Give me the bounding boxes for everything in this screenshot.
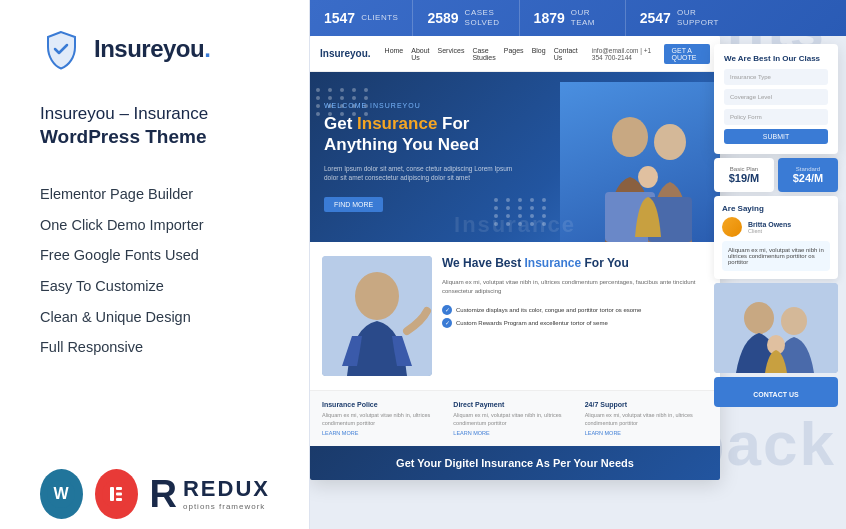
- hero-watermark: Insurance: [454, 212, 576, 238]
- stat-team: 1879 Our Team: [520, 0, 626, 36]
- theme-subtitle: WordPress Theme: [40, 126, 270, 148]
- hero-desc: Lorem Ipsum dolor sit amet, conse ctetur…: [324, 164, 524, 184]
- are-saying-label: Are Saying: [722, 204, 830, 213]
- svg-rect-6: [116, 498, 122, 501]
- preview-bottom-title: Get Your Digitel Insurance As Per Your N…: [322, 456, 708, 470]
- elementor-badge: [95, 469, 138, 519]
- logo-text: Insureyou.: [94, 35, 211, 63]
- service-direct-payment: Direct Payment Aliquam ex mi, volutpat v…: [453, 401, 576, 436]
- price-card-standard: Standard $24/M: [778, 158, 838, 192]
- redux-main-text: REDUX: [183, 477, 270, 501]
- author-name: Britta Owens: [748, 221, 791, 228]
- feature-elementor: Elementor Page Builder: [40, 182, 270, 207]
- check-text-1: Customize displays and its color, congue…: [456, 307, 641, 313]
- service-link-2[interactable]: LEARN MORE: [453, 430, 576, 436]
- form-card: We Are Best In Our Class Insurance Type …: [714, 44, 838, 154]
- nav-pages: Pages: [504, 47, 524, 61]
- svg-rect-3: [110, 487, 114, 501]
- svg-point-14: [355, 272, 399, 320]
- author-role: Client: [748, 228, 791, 234]
- stat-team-label: Our Team: [571, 8, 611, 27]
- form-card-title: We Are Best In Our Class: [724, 54, 828, 63]
- section2-content: We Have Best Insurance For You Aliquam e…: [442, 256, 708, 376]
- wordpress-badge: W: [40, 469, 83, 519]
- nav-contact: Contact Us: [554, 47, 578, 61]
- service-desc-2: Aliquam ex mi, volutpat vitae nibh in, u…: [453, 411, 576, 428]
- testimonial-quote: Aliquam ex mi, volutpat vitae nibh in ul…: [722, 241, 830, 271]
- theme-title: Insureyou – Insurance: [40, 104, 270, 124]
- price-standard-amount: $24/M: [784, 172, 832, 184]
- check-item-1: ✓ Customize displays and its color, cong…: [442, 305, 708, 315]
- author-avatar: [722, 217, 742, 237]
- svg-rect-4: [116, 487, 122, 490]
- logo-area: Insureyou.: [0, 0, 310, 90]
- svg-point-10: [654, 124, 686, 160]
- section2-image: [322, 256, 432, 376]
- form-field-3[interactable]: Policy Form: [724, 109, 828, 125]
- theme-info: Insureyou – Insurance WordPress Theme: [0, 90, 310, 168]
- service-title-3: 24/7 Support: [585, 401, 708, 408]
- right-panel: Benefits back 1547 Clients 2589 Cases So…: [310, 0, 846, 529]
- price-basic-amount: $19/M: [720, 172, 768, 184]
- service-desc-3: Aliquam ex mi, volutpat vitae nibh in, u…: [585, 411, 708, 428]
- services-row: Insurance Police Aliquam ex mi, volutpat…: [310, 390, 720, 446]
- nav-contact-info: info@email.com | +1 354 700-2144: [592, 47, 658, 61]
- stat-cases-label: Cases Solved: [465, 8, 505, 27]
- contact-btn-card[interactable]: CONTACT US: [714, 377, 838, 407]
- svg-point-12: [638, 166, 658, 188]
- hero-title: Get Insurance For Anything You Need: [324, 113, 524, 156]
- stats-bar: 1547 Clients 2589 Cases Solved 1879 Our …: [310, 0, 846, 36]
- feature-unique-design: Clean & Unique Design: [40, 305, 270, 330]
- feature-responsive: Full Responsive: [40, 335, 270, 360]
- nav-quote-btn[interactable]: GET A QUOTE: [664, 44, 710, 64]
- price-card-basic: Basic Plan $19/M: [714, 158, 774, 192]
- family-card: [714, 283, 838, 373]
- preview-hero: WELCOME INSUREYOU Get Insurance For Anyt…: [310, 72, 720, 242]
- website-preview: Insureyou. Home About Us Services Case S…: [310, 36, 720, 480]
- svg-point-8: [612, 117, 648, 157]
- stat-clients-number: 1547: [324, 10, 355, 26]
- testimonial-card: Are Saying Britta Owens Client Aliquam e…: [714, 196, 838, 279]
- form-submit-btn[interactable]: SUBMIT: [724, 129, 828, 144]
- service-support: 24/7 Support Aliquam ex mi, volutpat vit…: [585, 401, 708, 436]
- form-field-text-1: Insurance Type: [730, 74, 771, 80]
- form-field-text-3: Policy Form: [730, 114, 762, 120]
- stat-cases-number: 2589: [427, 10, 458, 26]
- contact-btn-text: CONTACT US: [753, 391, 798, 398]
- service-insurance-police: Insurance Police Aliquam ex mi, volutpat…: [322, 401, 445, 436]
- form-field-2[interactable]: Coverage Level: [724, 89, 828, 105]
- service-title-1: Insurance Police: [322, 401, 445, 408]
- testimonial-author: Britta Owens Client: [722, 217, 830, 237]
- pricing-cards: Basic Plan $19/M Standard $24/M: [714, 158, 838, 192]
- author-info: Britta Owens Client: [748, 221, 791, 234]
- stat-team-number: 1879: [534, 10, 565, 26]
- stat-support-number: 2547: [640, 10, 671, 26]
- feature-google-fonts: Free Google Fonts Used: [40, 243, 270, 268]
- stat-clients-label: Clients: [361, 13, 398, 23]
- badges-area: W R REDUX options framework: [0, 455, 310, 529]
- redux-text-stack: REDUX options framework: [183, 477, 270, 510]
- section2-title: We Have Best Insurance For You: [442, 256, 708, 272]
- check-icon-1: ✓: [442, 305, 452, 315]
- service-title-2: Direct Payment: [453, 401, 576, 408]
- hero-image: [560, 82, 720, 242]
- right-side-cards: We Are Best In Our Class Insurance Type …: [706, 36, 846, 407]
- nav-services: Services: [438, 47, 465, 61]
- svg-text:W: W: [54, 485, 70, 502]
- hero-title-part1: Get: [324, 114, 357, 133]
- nav-links: Home About Us Services Case Studies Page…: [385, 47, 578, 61]
- nav-about: About Us: [411, 47, 429, 61]
- nav-home: Home: [385, 47, 404, 61]
- section2-desc: Aliquam ex mi, volutpat vitae nibh in, u…: [442, 278, 708, 297]
- hero-content: WELCOME INSUREYOU Get Insurance For Anyt…: [324, 102, 524, 212]
- redux-sub-text: options framework: [183, 502, 270, 511]
- hero-cta-btn[interactable]: FIND MORE: [324, 197, 383, 212]
- service-link-3[interactable]: LEARN MORE: [585, 430, 708, 436]
- section2-highlight: Insurance: [524, 256, 581, 270]
- service-desc-1: Aliquam ex mi, volutpat vitae nibh in, u…: [322, 411, 445, 428]
- stat-cases: 2589 Cases Solved: [413, 0, 519, 36]
- form-field-1[interactable]: Insurance Type: [724, 69, 828, 85]
- preview-navbar-logo: Insureyou.: [320, 48, 371, 59]
- preview-bottom-cta: Get Your Digitel Insurance As Per Your N…: [310, 446, 720, 480]
- service-link-1[interactable]: LEARN MORE: [322, 430, 445, 436]
